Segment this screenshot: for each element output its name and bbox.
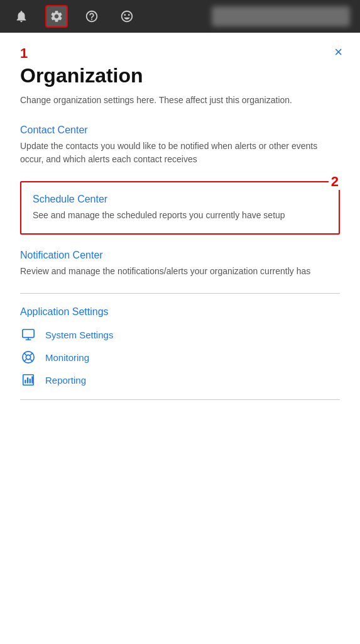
- reporting-item[interactable]: Reporting: [20, 373, 340, 387]
- system-settings-label: System Settings: [45, 330, 113, 340]
- app-settings-title[interactable]: Application Settings: [20, 306, 340, 318]
- close-button[interactable]: ×: [334, 45, 342, 59]
- bell-icon[interactable]: [10, 5, 33, 28]
- reporting-label: Reporting: [45, 375, 86, 386]
- step-1-indicator: 1: [20, 45, 340, 62]
- notification-center-section[interactable]: Notification Center Review and manage th…: [20, 250, 340, 278]
- monitoring-icon: [20, 350, 36, 364]
- svg-line-7: [25, 360, 26, 362]
- main-content: 1 × Organization Change organization set…: [0, 33, 360, 425]
- system-settings-item[interactable]: System Settings: [20, 328, 340, 341]
- page-title: Organization: [20, 64, 340, 87]
- monitoring-label: Monitoring: [45, 352, 89, 363]
- settings-icon[interactable]: [45, 5, 68, 28]
- monitor-icon: [20, 328, 36, 341]
- help-icon[interactable]: [80, 5, 103, 28]
- schedule-center-section[interactable]: 2 Schedule Center See and manage the sch…: [20, 181, 340, 235]
- svg-point-4: [26, 355, 30, 359]
- notification-center-title[interactable]: Notification Center: [20, 250, 340, 261]
- page-subtitle: Change organization settings here. These…: [20, 94, 340, 107]
- schedule-center-title[interactable]: Schedule Center: [33, 194, 327, 205]
- reporting-icon: [20, 373, 36, 387]
- contact-center-desc: Update the contacts you would like to be…: [20, 140, 340, 166]
- top-bar: [0, 0, 360, 33]
- user-info-blurred: [212, 6, 350, 26]
- schedule-center-desc: See and manage the scheduled reports you…: [33, 209, 327, 222]
- contact-center-section[interactable]: Contact Center Update the contacts you w…: [20, 125, 340, 166]
- contact-center-title[interactable]: Contact Center: [20, 125, 340, 136]
- emoji-icon[interactable]: [116, 5, 138, 28]
- application-settings-section: Application Settings System Settings: [20, 306, 340, 387]
- svg-rect-0: [23, 330, 34, 338]
- divider-1: [20, 293, 340, 294]
- notification-center-desc: Review and manage the notifications/aler…: [20, 265, 340, 278]
- divider-2: [20, 399, 340, 400]
- monitoring-item[interactable]: Monitoring: [20, 350, 340, 364]
- step-2-badge: 2: [329, 174, 341, 190]
- svg-line-8: [31, 360, 33, 362]
- svg-line-6: [31, 353, 33, 355]
- svg-line-5: [25, 353, 26, 355]
